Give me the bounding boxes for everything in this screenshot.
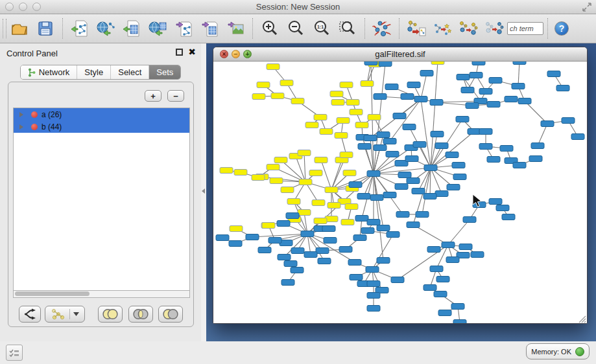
graph-node[interactable] [374,145,387,151]
graph-node[interactable] [489,199,502,205]
graph-node[interactable] [472,62,485,65]
graph-node[interactable] [274,157,287,163]
graph-node[interactable] [267,165,280,170]
graph-node[interactable] [379,62,392,67]
split-set-button[interactable] [19,306,41,323]
expander-icon[interactable] [19,112,23,117]
graph-node[interactable] [320,129,333,135]
graph-node[interactable] [229,241,242,247]
tab-select[interactable]: Select [111,65,149,79]
graph-node[interactable] [366,267,379,273]
graph-node[interactable] [277,221,290,227]
graph-node[interactable] [304,252,317,258]
graph-node[interactable] [398,172,411,178]
expand-selection-button[interactable] [481,16,507,41]
graph-edge[interactable] [431,168,442,194]
graph-node[interactable] [505,97,518,102]
graph-node[interactable] [496,205,509,211]
graph-node[interactable] [216,235,229,241]
graph-node[interactable] [453,320,466,324]
graph-node[interactable] [287,199,300,205]
graph-node[interactable] [383,192,396,198]
graph-node[interactable] [341,220,354,225]
graph-node[interactable] [391,277,404,283]
graph-node[interactable] [364,135,377,141]
expander-icon[interactable] [19,124,23,130]
graph-node[interactable] [386,152,399,157]
graph-node[interactable] [280,80,293,86]
graph-node[interactable] [330,91,343,97]
add-set-button[interactable]: + [145,90,161,102]
graph-node[interactable] [387,232,399,238]
graph-node[interactable] [328,203,340,209]
export-table-button[interactable] [197,16,222,41]
graph-node[interactable] [350,275,363,280]
panel-splitter[interactable] [201,43,206,341]
graph-node[interactable] [258,247,271,253]
graph-node[interactable] [349,182,362,188]
graph-node[interactable] [453,174,466,180]
graph-node[interactable] [230,226,243,232]
graph-node[interactable] [325,187,338,193]
graph-node[interactable] [512,84,525,89]
graph-node[interactable] [479,129,492,135]
graph-node[interactable] [286,213,299,219]
save-session-button[interactable] [32,16,58,41]
graph-node[interactable] [423,285,436,291]
network-view-window[interactable]: × − + galFiltered.sif [213,47,588,324]
graph-node[interactable] [343,170,356,176]
graph-node[interactable] [377,258,390,264]
remove-set-button[interactable]: − [167,90,184,102]
graph-node[interactable] [401,94,414,100]
zoom-actual-size-button[interactable]: 1:1 [309,16,335,41]
graph-node[interactable] [268,238,281,244]
set-row-b[interactable]: b (44) [14,120,189,133]
graph-node[interactable] [396,212,409,218]
graph-node[interactable] [252,175,265,181]
graph-node[interactable] [407,178,420,184]
graph-node[interactable] [270,178,283,184]
graph-node[interactable] [278,255,291,260]
graph-node[interactable] [435,143,448,149]
graph-node[interactable] [502,214,515,220]
graph-node[interactable] [385,84,398,90]
graph-node[interactable] [339,247,352,253]
graph-node[interactable] [377,132,390,138]
graph-node[interactable] [340,82,353,88]
graph-node[interactable] [348,260,361,266]
graph-node[interactable] [370,195,383,201]
graph-node[interactable] [430,100,443,106]
graph-edge[interactable] [374,174,383,260]
graph-node[interactable] [374,94,387,100]
graph-edge[interactable] [281,160,305,182]
sets-horizontal-scrollbar[interactable] [13,291,190,298]
graph-node[interactable] [438,310,451,316]
graph-node[interactable] [346,100,359,106]
graph-node[interactable] [281,187,294,193]
graph-node[interactable] [324,238,337,244]
window-resize-grip[interactable] [579,316,586,323]
graph-node[interactable] [301,231,314,237]
graph-node[interactable] [447,185,460,190]
graph-node[interactable] [470,73,483,78]
import-table-url-button[interactable] [145,16,171,41]
graph-node[interactable] [312,200,325,206]
graph-node[interactable] [463,217,476,223]
graph-node[interactable] [393,113,406,119]
memory-status-badge[interactable]: Memory: OK [526,343,590,359]
graph-node[interactable] [337,118,350,124]
graph-node[interactable] [367,293,380,299]
graph-node[interactable] [414,97,427,102]
graph-node[interactable] [459,244,472,250]
graph-node[interactable] [395,184,408,190]
graph-node[interactable] [513,62,526,65]
graph-node[interactable] [298,150,311,156]
task-history-button[interactable] [6,345,23,361]
graph-node[interactable] [367,220,380,225]
create-set-from-selection-button[interactable] [45,306,85,323]
graph-node[interactable] [353,235,366,241]
graph-node[interactable] [367,306,380,312]
graph-node[interactable] [423,194,436,199]
graph-node[interactable] [246,234,259,240]
graph-node[interactable] [466,103,479,109]
